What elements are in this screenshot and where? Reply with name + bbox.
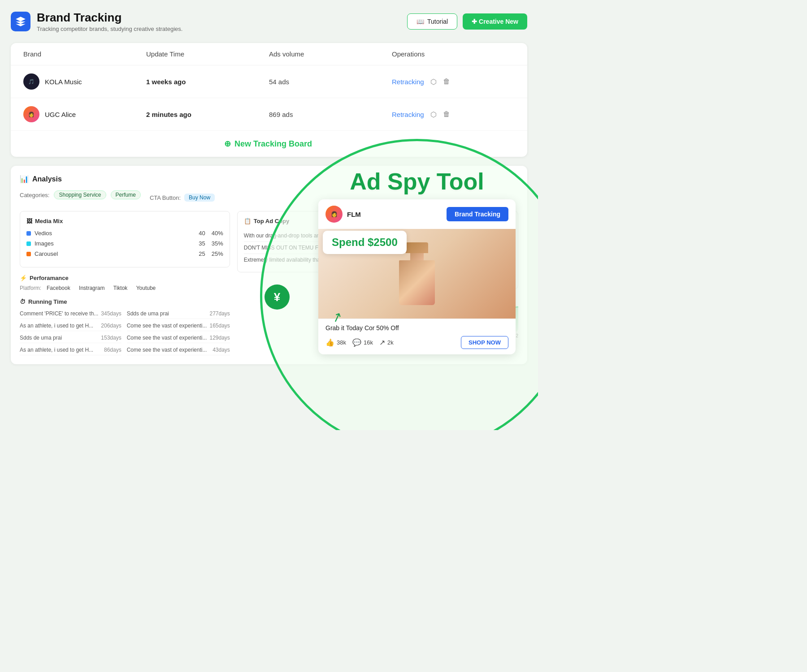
ads-volume-ugc: 869 ads [269, 111, 392, 118]
ad-card-footer: Grab it Today Cor 50% Off 👍 38k 💬 16k ↗ [318, 319, 516, 354]
running-row-1: Sdds de uma prai 277days [127, 309, 230, 319]
header-title-block: Brand Tracking Tracking competitor brand… [37, 11, 182, 32]
ad-spy-title: Ad Spy Tool [350, 168, 484, 195]
brand-name-kola: KOLA Music [45, 78, 82, 86]
media-count-carousel: 25 [199, 250, 205, 257]
creative-new-button[interactable]: ✚ Creative New [463, 13, 527, 30]
copy-icon: 📋 [244, 218, 251, 224]
page-header: Brand Tracking Tracking competitor brand… [11, 11, 527, 32]
plus-icon: ⊕ [224, 139, 231, 148]
cta-value: Buy Now [184, 194, 215, 202]
spend-badge: Spend $2500 [323, 231, 407, 254]
delete-btn-kola[interactable]: 🗑 [443, 78, 450, 86]
media-row-images: Images 35 35% [26, 240, 223, 247]
export-btn-ugc[interactable]: ⬡ [430, 110, 437, 119]
brand-tracking-icon [11, 12, 30, 31]
running-grid: Comment 'PRICE' to receive th... 345days… [20, 309, 230, 355]
platform-tiktok: Tiktok [113, 285, 128, 291]
cta-bar: CTA Button: Buy Now [150, 194, 215, 202]
update-time-ugc: 2 minutes ago [146, 111, 269, 118]
table-header: Brand Update Time Ads volume Operations [11, 43, 527, 65]
page-title: Brand Tracking [37, 11, 182, 25]
ad-footer-text: Grab it Today Cor 50% Off [325, 324, 508, 332]
running-time-section: ⏱ Running Time Comment 'PRICE' to receiv… [20, 298, 230, 355]
page-subtitle: Tracking competitor brands, studying cre… [37, 26, 182, 32]
delete-btn-ugc[interactable]: 🗑 [443, 110, 450, 118]
ad-card-header: 👩 FLM Brand Tracking [318, 199, 516, 229]
avatar-kola: 🎵 [23, 73, 39, 90]
col-operations: Operations [392, 50, 515, 58]
operations-kola: Retracking ⬡ 🗑 [392, 78, 515, 86]
book-icon: 📖 [417, 18, 424, 25]
running-time-title: ⏱ Running Time [20, 298, 230, 305]
media-label-videos: Vedios [35, 230, 195, 237]
like-icon: 👍 [325, 338, 334, 347]
media-pct-images: 35% [212, 240, 223, 247]
share-icon: ↗ [379, 338, 385, 347]
dot-videos [26, 231, 31, 236]
header-left: Brand Tracking Tracking competitor brand… [11, 11, 182, 32]
export-btn-kola[interactable]: ⬡ [430, 78, 437, 86]
brand-table-card: Brand Update Time Ads volume Operations … [11, 43, 527, 157]
brand-name-ugc: UGC Alice [45, 111, 76, 118]
comment-icon: 💬 [352, 338, 361, 347]
footer-actions: 👍 38k 💬 16k ↗ 2k SHOP NOW [325, 336, 508, 349]
circle-inner: Ad Spy Tool 👩 FLM Brand Tracking Grab i [262, 141, 538, 430]
likes-count: 38k [337, 339, 346, 346]
ad-card: 👩 FLM Brand Tracking Grab it Today Cor 5… [318, 199, 516, 354]
platform-row: Platform: Facebook Instragram Tiktok You… [20, 285, 230, 291]
ad-card-brand-button[interactable]: Brand Tracking [447, 207, 508, 221]
col-ads-volume: Ads volume [269, 50, 392, 58]
running-row-3: Come see the vast of experienti... 165da… [127, 321, 230, 331]
brand-cell-ugc: 👩 UGC Alice [23, 106, 146, 122]
col-brand: Brand [23, 50, 146, 58]
platform-youtube: Youtube [136, 285, 156, 291]
shares-stat: ↗ 2k [379, 338, 394, 347]
engagement-stats: 👍 38k 💬 16k ↗ 2k [325, 338, 394, 347]
media-mix-panel: 🖼 Media Mix Vedios 40 40% Images 35 35% [20, 211, 230, 267]
running-row-0: Comment 'PRICE' to receive th... 345days [20, 309, 121, 319]
media-pct-carousel: 25% [212, 250, 223, 257]
media-count-images: 35 [199, 240, 205, 247]
running-row-7: Come see the vast of experienti... 43day… [127, 345, 230, 355]
col-update-time: Update Time [146, 50, 269, 58]
avatar-ugc: 👩 [23, 106, 39, 122]
likes-stat: 👍 38k [325, 338, 346, 347]
media-pct-videos: 40% [212, 230, 223, 237]
left-col: 🖼 Media Mix Vedios 40 40% Images 35 35% [20, 211, 230, 355]
platform-instagram: Instragram [79, 285, 104, 291]
operations-ugc: Retracking ⬡ 🗑 [392, 110, 515, 119]
perfume-neck [410, 253, 424, 260]
media-count-videos: 40 [199, 230, 205, 237]
category-shopping: Shopping Service [54, 190, 106, 199]
dot-images [26, 241, 31, 246]
retracking-btn-kola[interactable]: Retracking [392, 78, 424, 86]
perfume-cap [406, 242, 428, 253]
media-mix-title: 🖼 Media Mix [26, 218, 223, 224]
running-row-2: As an athlete, i used to get H... 206day… [20, 321, 121, 331]
running-row-6: As an athlete, i used to get H... 86days [20, 345, 121, 355]
clock-icon: ⏱ [20, 298, 26, 305]
categories-bar: Categories: Shopping Service Perfume [20, 190, 141, 199]
media-label-carousel: Carousel [35, 250, 195, 257]
shop-now-button[interactable]: SHOP NOW [461, 336, 508, 349]
ads-volume-kola: 54 ads [269, 78, 392, 86]
update-time-kola: 1 weeks ago [146, 78, 269, 86]
media-label-images: Images [35, 240, 195, 247]
categories-label: Categories: [20, 192, 49, 198]
tutorial-button[interactable]: 📖 Tutorial [407, 13, 457, 30]
media-row-carousel: Carousel 25 25% [26, 250, 223, 257]
ad-spy-circle: Ad Spy Tool 👩 FLM Brand Tracking Grab i [260, 139, 538, 430]
platform-label: Platform: [20, 285, 41, 291]
ad-card-name: FLM [347, 211, 361, 218]
yen-icon: ¥ [265, 284, 290, 310]
performance-title: ⚡ Perforamance [20, 275, 230, 281]
category-perfume: Perfume [111, 190, 141, 199]
performance-section: ⚡ Perforamance Platform: Facebook Instra… [20, 275, 230, 291]
header-actions: 📖 Tutorial ✚ Creative New [407, 13, 527, 30]
table-row: 🎵 KOLA Music 1 weeks ago 54 ads Retracki… [11, 65, 527, 98]
table-row: 👩 UGC Alice 2 minutes ago 869 ads Retrac… [11, 98, 527, 131]
retracking-btn-ugc[interactable]: Retracking [392, 111, 424, 118]
perfume-body [399, 260, 435, 305]
comments-stat: 💬 16k [352, 338, 373, 347]
